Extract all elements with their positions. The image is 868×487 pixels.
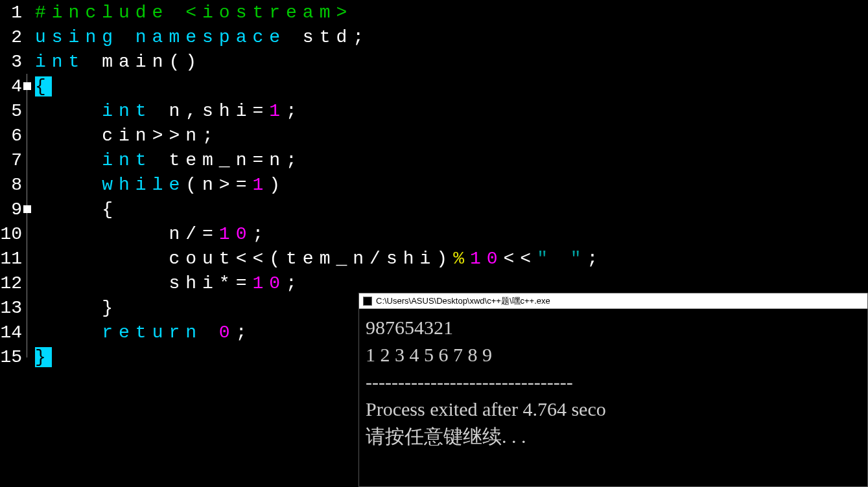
line-number: 2 xyxy=(0,27,23,47)
fold-gutter[interactable] xyxy=(23,295,35,320)
code-line[interactable]: 2using namespace std; xyxy=(0,25,868,49)
fold-gutter[interactable] xyxy=(23,123,35,148)
code-content[interactable]: } xyxy=(35,298,119,318)
code-token: int xyxy=(102,150,169,170)
code-line[interactable]: 11 cout<<(tem_n/shi)%10<<" "; xyxy=(0,246,868,271)
code-token: { xyxy=(35,76,52,96)
code-content[interactable]: cout<<(tem_n/shi)%10<<" "; xyxy=(35,249,604,269)
code-content[interactable]: { xyxy=(35,76,52,96)
code-token: using namespace xyxy=(35,27,303,47)
code-token: 0 xyxy=(219,323,236,343)
line-number: 14 xyxy=(0,323,23,343)
code-token: , xyxy=(185,101,202,121)
code-content[interactable]: #include <iostream> xyxy=(35,3,353,23)
fold-gutter[interactable] xyxy=(23,25,35,49)
code-token xyxy=(35,101,102,121)
code-content[interactable]: return 0; xyxy=(35,323,252,343)
code-content[interactable]: { xyxy=(35,199,119,220)
code-line[interactable]: 12 shi*=10; xyxy=(0,271,868,295)
code-token: cout xyxy=(169,249,235,269)
code-token: } xyxy=(35,347,52,367)
code-content[interactable]: int n,shi=1; xyxy=(35,101,303,121)
code-token: ; xyxy=(286,150,303,170)
code-content[interactable]: int tem_n=n; xyxy=(35,150,303,170)
code-token: return xyxy=(102,323,219,343)
code-token: n xyxy=(269,150,286,170)
code-line[interactable]: 5 int n,shi=1; xyxy=(0,98,868,123)
code-token: " " xyxy=(537,249,587,269)
code-line[interactable]: 9 { xyxy=(0,197,868,221)
code-content[interactable]: using namespace std; xyxy=(35,27,369,47)
fold-gutter[interactable] xyxy=(23,74,35,98)
code-token: 1 xyxy=(252,175,269,195)
code-token: ; xyxy=(236,323,253,343)
code-token: while xyxy=(102,175,185,195)
fold-gutter[interactable] xyxy=(23,345,35,369)
line-number: 5 xyxy=(0,101,23,121)
code-content[interactable]: while(n>=1) xyxy=(35,175,286,195)
line-number: 12 xyxy=(0,273,23,293)
code-content[interactable]: cin>>n; xyxy=(35,126,219,146)
code-token: shi xyxy=(386,249,436,269)
code-token: shi xyxy=(169,273,218,293)
code-content[interactable]: } xyxy=(35,347,52,367)
code-token: } xyxy=(102,298,119,318)
fold-gutter[interactable] xyxy=(23,221,35,246)
code-token: tem_n xyxy=(286,249,369,269)
console-window[interactable]: C:\Users\ASUS\Desktop\xwd\c++题\嘿c++.exe … xyxy=(358,293,868,487)
code-token: ; xyxy=(587,249,604,269)
fold-marker-icon[interactable] xyxy=(23,205,31,213)
fold-gutter[interactable] xyxy=(23,172,35,197)
code-token xyxy=(35,224,169,244)
fold-gutter[interactable] xyxy=(23,98,35,123)
code-line[interactable]: 3int main() xyxy=(0,49,868,74)
fold-gutter[interactable] xyxy=(23,320,35,345)
code-token: *= xyxy=(219,273,253,293)
code-content[interactable]: shi*=10; xyxy=(35,273,303,293)
code-line[interactable]: 7 int tem_n=n; xyxy=(0,148,868,172)
fold-gutter[interactable] xyxy=(23,197,35,221)
line-number: 10 xyxy=(0,224,23,244)
code-line[interactable]: 8 while(n>=1) xyxy=(0,172,868,197)
code-token: ; xyxy=(286,273,303,293)
console-output[interactable]: 987654321 1 2 3 4 5 6 7 8 9 ------------… xyxy=(359,309,867,455)
line-number: 13 xyxy=(0,298,23,318)
code-token xyxy=(35,150,102,170)
code-content[interactable]: int main() xyxy=(35,52,202,72)
fold-gutter[interactable] xyxy=(23,271,35,295)
code-token: cin xyxy=(102,126,152,146)
code-line[interactable]: 10 n/=10; xyxy=(0,221,868,246)
code-token xyxy=(35,249,169,269)
fold-gutter[interactable] xyxy=(23,49,35,74)
code-token xyxy=(35,273,169,293)
code-token: >= xyxy=(219,175,253,195)
code-token: ; xyxy=(252,224,269,244)
code-token: int xyxy=(102,101,169,121)
console-title-text: C:\Users\ASUS\Desktop\xwd\c++题\嘿c++.exe xyxy=(376,295,550,307)
code-token: ( xyxy=(185,175,202,195)
code-token: n xyxy=(169,224,185,244)
fold-gutter[interactable] xyxy=(23,148,35,172)
fold-marker-icon[interactable] xyxy=(23,82,31,90)
code-token: { xyxy=(102,199,119,220)
code-token: 10 xyxy=(252,273,286,293)
fold-gutter[interactable] xyxy=(23,246,35,271)
line-number: 3 xyxy=(0,52,23,72)
fold-gutter[interactable] xyxy=(23,0,35,25)
code-token: () xyxy=(169,52,202,72)
line-number: 6 xyxy=(0,126,23,146)
code-token: ) xyxy=(269,175,286,195)
code-token: ; xyxy=(202,126,219,146)
code-line[interactable]: 1#include <iostream> xyxy=(0,0,868,25)
code-token: int xyxy=(35,52,102,72)
code-token xyxy=(35,199,102,220)
code-line[interactable]: 6 cin>>n; xyxy=(0,123,868,148)
console-titlebar[interactable]: C:\Users\ASUS\Desktop\xwd\c++题\嘿c++.exe xyxy=(359,293,867,309)
code-line[interactable]: 4{ xyxy=(0,74,868,98)
code-token: << xyxy=(504,249,537,269)
line-number: 7 xyxy=(0,150,23,170)
line-number: 1 xyxy=(0,3,23,23)
code-content[interactable]: n/=10; xyxy=(35,224,269,244)
code-token: shi xyxy=(202,101,252,121)
code-token: n xyxy=(185,126,202,146)
